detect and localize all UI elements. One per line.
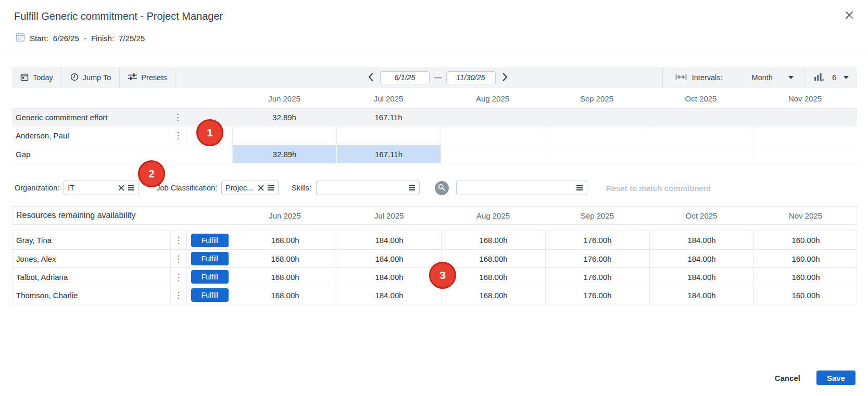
- availability-cell: 184.00h: [649, 231, 753, 249]
- fulfill-button[interactable]: Fulfill: [191, 252, 229, 265]
- interval-count-chart-icon: #: [814, 72, 825, 83]
- search-button[interactable]: [435, 181, 449, 195]
- header-divider: [0, 55, 868, 55]
- commitment-effort-row: Generic commitment effort ⋮ 32.89h 167.1…: [12, 108, 857, 126]
- availability-cell: 168.00h: [233, 250, 337, 267]
- commitment-grid: Jun 2025 Jul 2025 Aug 2025 Sep 2025 Oct …: [12, 88, 857, 163]
- availability-cell: 184.00h: [337, 231, 441, 249]
- effort-cell: [753, 109, 857, 126]
- clear-icon[interactable]: [118, 185, 124, 191]
- list-picker-icon[interactable]: [408, 185, 416, 191]
- interval-controls: Intervals: Month # 6: [662, 67, 849, 88]
- availability-cell: 184.00h: [649, 286, 753, 304]
- effort-cell: [545, 109, 649, 126]
- organization-input[interactable]: [68, 184, 115, 192]
- job-classification-input[interactable]: [225, 184, 255, 192]
- effort-cell[interactable]: [232, 126, 336, 145]
- interval-count-value: 6: [832, 73, 836, 82]
- presets-button[interactable]: Presets: [120, 67, 175, 88]
- search-icon: [438, 184, 445, 193]
- availability-cell: 176.00h: [545, 231, 649, 249]
- availability-cell: 160.00h: [753, 286, 858, 304]
- row-name: Anderson, Paul: [12, 126, 170, 145]
- kebab-menu-icon[interactable]: ⋮: [174, 291, 183, 300]
- assigned-resource-row: Anderson, Paul ⋮: [12, 126, 857, 145]
- today-calendar-icon: [20, 73, 29, 83]
- intervals-width-icon: [675, 73, 687, 82]
- availability-cell: 160.00h: [753, 231, 858, 249]
- availability-cell: 168.00h: [233, 231, 337, 249]
- fulfill-button[interactable]: Fulfill: [191, 234, 229, 247]
- jump-to-button[interactable]: Jump To: [62, 67, 120, 88]
- availability-cell: 168.00h: [441, 250, 545, 267]
- month-header-row: Jun 2025 Jul 2025 Aug 2025 Sep 2025 Oct …: [12, 88, 857, 108]
- month-header: Sep 2025: [545, 207, 649, 224]
- resource-name: Jones, Alex: [12, 250, 170, 267]
- cancel-button[interactable]: Cancel: [775, 371, 800, 385]
- date-range-controls: —: [366, 67, 510, 88]
- resource-name: Thomson, Charlie: [12, 286, 170, 304]
- close-button[interactable]: [842, 8, 857, 23]
- resource-search-input[interactable]: [460, 184, 573, 192]
- month-header: Sep 2025: [545, 88, 649, 108]
- clear-icon[interactable]: [258, 185, 264, 191]
- skills-label: Skills:: [292, 184, 311, 192]
- kebab-menu-icon[interactable]: ⋮: [174, 131, 183, 140]
- start-label: Start:: [30, 34, 48, 43]
- save-button[interactable]: Save: [816, 371, 856, 385]
- availability-cell: 176.00h: [545, 286, 649, 304]
- gap-cell-highlighted: 167.11h: [336, 145, 441, 163]
- today-button[interactable]: Today: [12, 67, 62, 88]
- interval-count-dropdown[interactable]: # 6: [804, 67, 849, 88]
- list-picker-icon[interactable]: [576, 185, 583, 191]
- skills-filter: [316, 181, 420, 195]
- intervals-label: Intervals:: [692, 73, 723, 82]
- kebab-menu-icon[interactable]: ⋮: [174, 273, 183, 282]
- intervals-dropdown[interactable]: Intervals: Month: [662, 67, 804, 88]
- chevron-right-icon: [501, 72, 509, 83]
- reset-to-match-commitment-link[interactable]: Reset to match commitment: [606, 184, 711, 193]
- page-title: Fulfill Generic commitment - Project Man…: [14, 10, 223, 22]
- skills-input[interactable]: [320, 184, 405, 192]
- date-range-dash: -: [84, 34, 86, 43]
- effort-cell: 32.89h: [232, 109, 336, 126]
- range-next-button[interactable]: [500, 71, 510, 84]
- effort-cell[interactable]: [336, 126, 441, 145]
- kebab-menu-icon[interactable]: ⋮: [173, 113, 182, 122]
- finish-value: 7/25/25: [119, 34, 145, 43]
- availability-cell: 176.00h: [545, 268, 649, 286]
- effort-cell[interactable]: [649, 126, 753, 145]
- row-name: Generic commitment effort: [12, 109, 170, 126]
- availability-cell: 168.00h: [441, 268, 545, 286]
- availability-title: Resources remaining availability: [12, 207, 233, 224]
- availability-cell: 168.00h: [233, 286, 337, 304]
- range-previous-button[interactable]: [366, 71, 375, 84]
- range-end-input[interactable]: [446, 71, 496, 84]
- list-picker-icon[interactable]: [267, 185, 274, 191]
- fulfill-button[interactable]: Fulfill: [191, 288, 229, 302]
- gap-cell: [753, 145, 857, 163]
- resource-name: Gray, Tina: [12, 231, 170, 249]
- kebab-menu-icon[interactable]: ⋮: [174, 254, 183, 263]
- resource-row: Thomson, Charlie ⋮ Fulfill 168.00h 184.0…: [12, 286, 857, 304]
- availability-cell: 160.00h: [753, 268, 858, 286]
- effort-cell[interactable]: [753, 126, 857, 145]
- fulfill-button[interactable]: Fulfill: [191, 270, 229, 284]
- effort-cell[interactable]: [545, 126, 649, 145]
- effort-cell[interactable]: [441, 126, 545, 145]
- annotation-badge-1: 1: [196, 119, 223, 146]
- list-picker-icon[interactable]: [128, 185, 135, 191]
- gap-row: Gap 32.89h 167.11h: [12, 145, 857, 163]
- chevron-down-icon: [844, 76, 849, 79]
- month-header: Oct 2025: [649, 207, 753, 224]
- gap-cell: [545, 145, 649, 163]
- timeline-toolbar: Today Jump To Presets: [12, 67, 857, 88]
- svg-text:#: #: [821, 78, 824, 82]
- resource-row: Gray, Tina ⋮ Fulfill 168.00h 184.00h 168…: [12, 231, 857, 249]
- annotation-badge-2: 2: [138, 160, 165, 187]
- range-dash: —: [434, 73, 442, 82]
- gap-cell-highlighted: 32.89h: [232, 145, 336, 163]
- kebab-menu-icon[interactable]: ⋮: [174, 236, 183, 245]
- range-start-input[interactable]: [380, 71, 430, 84]
- clock-icon: [70, 73, 79, 83]
